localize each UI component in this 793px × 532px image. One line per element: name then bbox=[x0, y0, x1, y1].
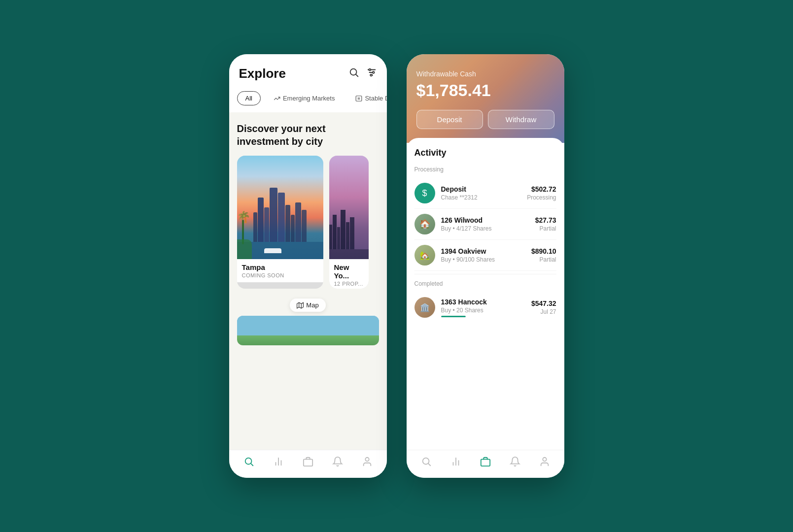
cash-amount: $1,785.41 bbox=[416, 81, 554, 100]
svg-line-1 bbox=[356, 74, 358, 76]
activity-section: Activity Processing $ Deposit Chase **23… bbox=[407, 138, 564, 450]
wilwood-right: $27.73 Partial bbox=[535, 216, 556, 232]
map-pill[interactable]: Map bbox=[290, 299, 325, 312]
processing-label: Processing bbox=[414, 166, 556, 173]
oakview-info: 1394 Oakview Buy • 90/100 Shares bbox=[441, 247, 525, 263]
svg-point-27 bbox=[543, 458, 546, 461]
city-card-newyork[interactable]: + Ne... New Yo... 12 PR bbox=[329, 156, 369, 289]
filter-tabs: All Emerging Markets Stable Divide... bbox=[229, 87, 387, 112]
discover-title: Discover your next investment by city bbox=[237, 122, 379, 148]
svg-point-5 bbox=[369, 69, 371, 71]
deposit-info: Deposit Chase **2312 bbox=[441, 185, 521, 201]
hancock-progress-bar bbox=[441, 316, 466, 317]
svg-marker-11 bbox=[297, 302, 304, 308]
cash-header: Withdrawable Cash $1,785.41 Deposit With… bbox=[407, 54, 564, 143]
search-icon[interactable] bbox=[348, 67, 359, 80]
right-nav-search[interactable] bbox=[421, 456, 432, 470]
deposit-button[interactable]: Deposit bbox=[416, 110, 483, 129]
deposit-icon: $ bbox=[414, 183, 435, 203]
tab-emerging-markets[interactable]: Emerging Markets bbox=[266, 92, 343, 105]
city-card-tampa[interactable]: + New Market bbox=[237, 156, 323, 289]
nav-person[interactable] bbox=[362, 456, 373, 470]
tampa-info: Tampa COMING SOON bbox=[237, 259, 323, 282]
wilwood-icon: 🏠 bbox=[414, 214, 435, 234]
activity-item-wilwood[interactable]: 🏠 126 Wilwood Buy • 4/127 Shares $27.73 … bbox=[414, 209, 556, 240]
activity-item-oakview[interactable]: 🏡 1394 Oakview Buy • 90/100 Shares $890.… bbox=[414, 240, 556, 271]
hancock-progress-fill bbox=[441, 316, 466, 317]
cash-buttons: Deposit Withdraw bbox=[416, 110, 554, 129]
activity-title: Activity bbox=[414, 148, 556, 158]
completed-label: Completed bbox=[414, 280, 556, 287]
nav-bell[interactable] bbox=[332, 456, 343, 470]
hancock-info: 1363 Hancock Buy • 20 Shares bbox=[441, 298, 525, 317]
left-phone: Explore All bbox=[229, 54, 387, 478]
nav-portfolio[interactable] bbox=[303, 456, 313, 470]
right-nav-chart[interactable] bbox=[450, 456, 461, 470]
tab-all[interactable]: All bbox=[237, 91, 261, 105]
cash-label: Withdrawable Cash bbox=[416, 70, 554, 78]
svg-line-15 bbox=[251, 464, 253, 466]
right-nav-bell[interactable] bbox=[510, 456, 520, 470]
city-cards: + New Market bbox=[237, 156, 379, 289]
hancock-icon: 🏛️ bbox=[414, 297, 435, 318]
newyork-info: New Yo... 12 PROP... bbox=[329, 259, 369, 289]
deposit-right: $502.72 Processing bbox=[527, 185, 556, 201]
bottom-map-image bbox=[237, 316, 379, 345]
tab-stable-dividend[interactable]: Stable Divide... bbox=[347, 92, 386, 105]
right-nav-portfolio[interactable] bbox=[480, 456, 491, 470]
oakview-icon: 🏡 bbox=[414, 245, 435, 266]
svg-rect-26 bbox=[481, 459, 489, 466]
oakview-right: $890.10 Partial bbox=[531, 247, 556, 263]
nav-chart[interactable] bbox=[273, 456, 284, 470]
svg-rect-8 bbox=[356, 96, 362, 101]
left-content: Discover your next investment by city + … bbox=[229, 112, 387, 450]
left-nav bbox=[229, 450, 387, 478]
filter-icon[interactable] bbox=[366, 67, 377, 80]
activity-item-deposit[interactable]: $ Deposit Chase **2312 $502.72 Processin… bbox=[414, 178, 556, 209]
right-nav bbox=[407, 450, 564, 478]
hancock-right: $547.32 Jul 27 bbox=[531, 299, 556, 315]
completed-divider bbox=[414, 274, 556, 274]
svg-point-7 bbox=[370, 74, 372, 76]
activity-item-hancock[interactable]: 🏛️ 1363 Hancock Buy • 20 Shares $547.32 … bbox=[414, 292, 556, 323]
svg-point-6 bbox=[372, 71, 374, 73]
svg-rect-19 bbox=[303, 459, 312, 466]
svg-line-22 bbox=[428, 464, 430, 466]
explore-header: Explore bbox=[229, 54, 387, 87]
right-phone: Withdrawable Cash $1,785.41 Deposit With… bbox=[407, 54, 564, 478]
nav-search[interactable] bbox=[243, 456, 254, 470]
right-nav-person[interactable] bbox=[539, 456, 550, 470]
wilwood-info: 126 Wilwood Buy • 4/127 Shares bbox=[441, 216, 529, 232]
svg-point-20 bbox=[365, 458, 369, 461]
header-icons bbox=[348, 67, 377, 80]
explore-title: Explore bbox=[239, 66, 286, 81]
withdraw-button[interactable]: Withdraw bbox=[488, 110, 554, 129]
